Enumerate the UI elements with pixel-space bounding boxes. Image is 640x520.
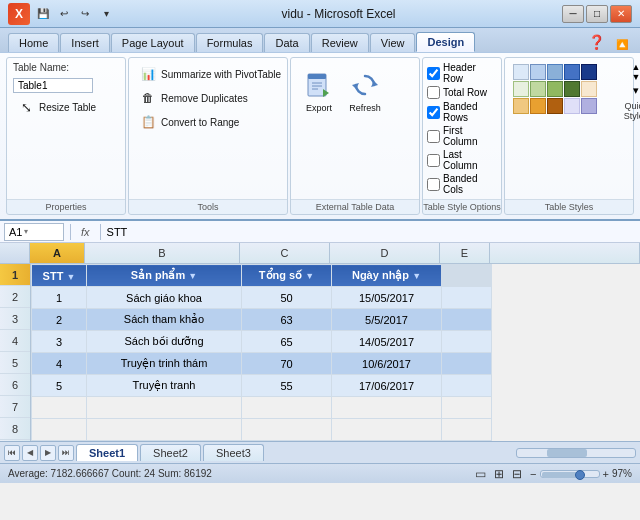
header-cell-sanpham[interactable]: Sản phẩm ▼ (87, 265, 242, 287)
remove-duplicates-btn[interactable]: 🗑 Remove Duplicates (135, 87, 252, 109)
header-cell-stt[interactable]: STT ▼ (32, 265, 87, 287)
tab-review[interactable]: Review (311, 33, 369, 52)
cell-a6[interactable]: 5 (32, 375, 87, 397)
cell-c5[interactable]: 70 (242, 353, 332, 375)
cell-e3[interactable] (442, 309, 492, 331)
cell-c6[interactable]: 55 (242, 375, 332, 397)
zoom-slider-thumb[interactable] (575, 470, 585, 480)
style-swatch[interactable] (547, 98, 563, 114)
ribbon-toggle-btn[interactable]: 🔼 (612, 37, 632, 52)
style-swatch[interactable] (513, 81, 529, 97)
cell-b6[interactable]: Truyện tranh (87, 375, 242, 397)
page-layout-btn[interactable]: ⊞ (494, 467, 504, 481)
cell-e4[interactable] (442, 331, 492, 353)
style-swatch[interactable] (581, 81, 597, 97)
cell-a5[interactable]: 4 (32, 353, 87, 375)
cell-e7[interactable] (442, 397, 492, 419)
style-swatch[interactable] (513, 98, 529, 114)
tab-formulas[interactable]: Formulas (196, 33, 264, 52)
refresh-btn[interactable]: Refresh (343, 62, 387, 120)
cell-d3[interactable]: 5/5/2017 (332, 309, 442, 331)
cell-c8[interactable] (242, 419, 332, 441)
page-break-btn[interactable]: ⊟ (512, 467, 522, 481)
header-row-checkbox[interactable] (427, 67, 440, 80)
cell-e8[interactable] (442, 419, 492, 441)
cell-d4[interactable]: 14/05/2017 (332, 331, 442, 353)
cell-e5[interactable] (442, 353, 492, 375)
cell-a7[interactable] (32, 397, 87, 419)
cell-d6[interactable]: 17/06/2017 (332, 375, 442, 397)
maximize-btn[interactable]: □ (586, 5, 608, 23)
first-col-checkbox[interactable] (427, 130, 440, 143)
sheet-tab-sheet1[interactable]: Sheet1 (76, 444, 138, 461)
quick-styles-scroll-mid[interactable]: ▼ (632, 72, 640, 82)
row-header-2[interactable]: 2 (0, 286, 30, 308)
col-header-b[interactable]: B (85, 243, 240, 263)
cell-b4[interactable]: Sách bồi dưỡng (87, 331, 242, 353)
style-swatch[interactable] (564, 98, 580, 114)
header-cell-ngaynhap[interactable]: Ngày nhập ▼ (332, 265, 442, 287)
cell-c3[interactable]: 63 (242, 309, 332, 331)
style-swatch[interactable] (547, 64, 563, 80)
col-header-e[interactable]: E (440, 243, 490, 263)
row-header-3[interactable]: 3 (0, 308, 30, 330)
style-swatch[interactable] (547, 81, 563, 97)
sheet-tab-sheet2[interactable]: Sheet2 (140, 444, 201, 461)
more-qa-btn[interactable]: ▾ (97, 5, 115, 23)
cell-reference-box[interactable]: A1 ▾ (4, 223, 64, 241)
cell-b7[interactable] (87, 397, 242, 419)
cell-d5[interactable]: 10/6/2017 (332, 353, 442, 375)
tab-insert[interactable]: Insert (60, 33, 110, 52)
last-col-checkbox[interactable] (427, 154, 440, 167)
formula-input[interactable] (107, 223, 636, 241)
row-header-8[interactable]: 8 (0, 418, 30, 440)
cell-a2[interactable]: 1 (32, 287, 87, 309)
col-header-a[interactable]: A (30, 243, 85, 263)
cell-d2[interactable]: 15/05/2017 (332, 287, 442, 309)
col-header-c[interactable]: C (240, 243, 330, 263)
cell-d7[interactable] (332, 397, 442, 419)
cell-c7[interactable] (242, 397, 332, 419)
style-swatch[interactable] (564, 64, 580, 80)
cell-a3[interactable]: 2 (32, 309, 87, 331)
row-header-7[interactable]: 7 (0, 396, 30, 418)
cell-b5[interactable]: Truyện trinh thám (87, 353, 242, 375)
row-header-6[interactable]: 6 (0, 374, 30, 396)
cell-d8[interactable] (332, 419, 442, 441)
row-header-5[interactable]: 5 (0, 352, 30, 374)
sheet-nav-first[interactable]: ⏮ (4, 445, 20, 461)
cell-e2[interactable] (442, 287, 492, 309)
zoom-slider[interactable] (540, 470, 600, 478)
table-name-input[interactable] (13, 78, 93, 93)
tab-page-layout[interactable]: Page Layout (111, 33, 195, 52)
cell-c4[interactable]: 65 (242, 331, 332, 353)
minimize-btn[interactable]: ─ (562, 5, 584, 23)
tab-data[interactable]: Data (264, 33, 309, 52)
help-btn[interactable]: ❓ (582, 32, 611, 52)
redo-qa-btn[interactable]: ↪ (76, 5, 94, 23)
row-header-1[interactable]: 1 (0, 264, 30, 286)
header-cell-tongso[interactable]: Tổng số ▼ (242, 265, 332, 287)
cell-b2[interactable]: Sách giáo khoa (87, 287, 242, 309)
sheet-nav-last[interactable]: ⏭ (58, 445, 74, 461)
convert-to-range-btn[interactable]: 📋 Convert to Range (135, 111, 243, 133)
undo-qa-btn[interactable]: ↩ (55, 5, 73, 23)
dropdown-arrow-cell[interactable]: ▾ (24, 227, 28, 236)
quick-styles-more-btn[interactable]: ▾ (633, 84, 639, 97)
style-swatch[interactable] (530, 98, 546, 114)
banded-cols-checkbox[interactable] (427, 178, 440, 191)
banded-rows-checkbox[interactable] (427, 106, 440, 119)
cell-c2[interactable]: 50 (242, 287, 332, 309)
horizontal-scrollbar[interactable] (516, 448, 636, 458)
pivot-table-btn[interactable]: 📊 Summarize with PivotTable (135, 63, 285, 85)
row-header-4[interactable]: 4 (0, 330, 30, 352)
style-swatch[interactable] (581, 64, 597, 80)
zoom-out-btn[interactable]: − (530, 468, 536, 480)
style-swatch[interactable] (581, 98, 597, 114)
col-header-d[interactable]: D (330, 243, 440, 263)
tab-home[interactable]: Home (8, 33, 59, 52)
sheet-nav-prev[interactable]: ◀ (22, 445, 38, 461)
style-swatch[interactable] (530, 64, 546, 80)
total-row-checkbox[interactable] (427, 86, 440, 99)
cell-e6[interactable] (442, 375, 492, 397)
